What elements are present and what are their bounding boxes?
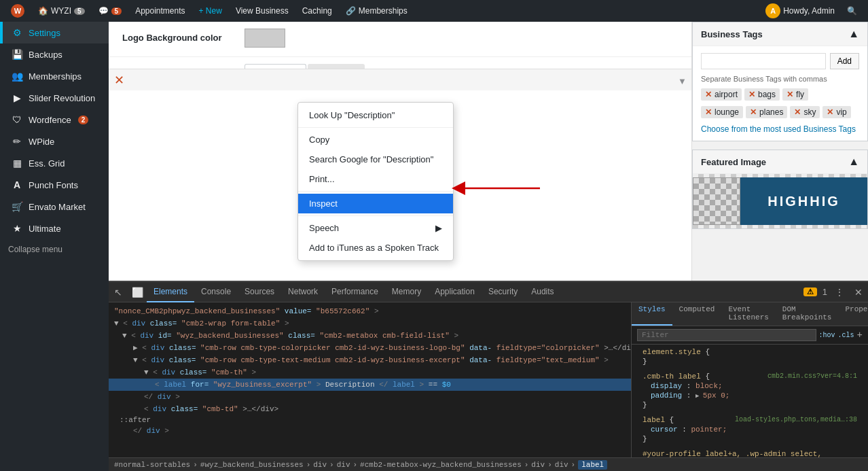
context-speech[interactable]: Speech ▶ — [298, 218, 453, 238]
css-source-load[interactable]: load-styles.php…tons,media…:38 — [735, 416, 857, 423]
tag-bags-remove[interactable]: ✕ — [748, 90, 755, 99]
el-line-0: "nonce_CMB2phpwyz_backend_businesses" va… — [109, 305, 631, 317]
featured-image-placeholder[interactable]: HIGHHIG — [693, 174, 867, 228]
search-bar-btn[interactable]: 🔍 — [842, 0, 863, 22]
devtools-inspect-btn[interactable]: ⬜ — [128, 282, 147, 302]
devtools-tab-network[interactable]: Network — [281, 282, 325, 302]
breadcrumb-label[interactable]: label — [578, 460, 607, 470]
context-copy[interactable]: Copy — [298, 130, 453, 150]
styles-tab-event-listeners[interactable]: Event Listeners — [721, 302, 775, 326]
business-tags-header: Business Tags ▲ — [693, 22, 867, 46]
breadcrumb-normal-sortables[interactable]: #normal-sortables — [114, 461, 190, 469]
featured-image-panel: Featured Image ▲ HIGHHIG — [692, 150, 868, 229]
context-print[interactable]: Print... — [298, 169, 453, 189]
context-search-google[interactable]: Search Google for "Description" — [298, 150, 453, 169]
devtools-close-btn[interactable]: ✕ — [849, 287, 868, 298]
tag-sky-remove[interactable]: ✕ — [794, 107, 801, 117]
styles-filter-row: :hov .cls + — [632, 326, 868, 345]
sidebar-item-wpide[interactable]: ✏ WPide — [0, 130, 109, 152]
business-tags-toggle[interactable]: ▲ — [848, 28, 859, 40]
devtools-tab-sources[interactable]: Sources — [238, 282, 281, 302]
devtools-panel: ↖ ⬜ Elements Console Sources Network Per… — [109, 281, 868, 471]
new-btn[interactable]: + New — [194, 0, 228, 22]
featured-thumbnail — [693, 177, 740, 225]
tag-fly-remove[interactable]: ✕ — [786, 90, 793, 99]
site-name[interactable]: 🏠 WYZI 5 — [33, 0, 90, 22]
css-source-cmb2[interactable]: cmb2.min.css?ver=4.8:1 — [767, 372, 857, 380]
sidebar-item-backups[interactable]: 💾 Backups — [0, 43, 109, 65]
tag-planes-remove[interactable]: ✕ — [750, 107, 757, 117]
breadcrumb-div-2[interactable]: div — [337, 461, 350, 469]
devtools-tab-audits[interactable]: Audits — [524, 282, 560, 302]
wp-logo[interactable]: W — [5, 0, 30, 22]
breadcrumb-div-4[interactable]: div — [555, 461, 568, 469]
tag-hint: Separate Business Tags with commas — [701, 75, 859, 83]
css-block-cmb-th: .cmb-th label { cmb2.min.css?ver=4.8:1 d… — [637, 372, 863, 410]
comments-btn[interactable]: 💬 5 — [93, 0, 128, 22]
devtools-tab-security[interactable]: Security — [482, 282, 524, 302]
el-line-4: ▼ < div class= "cmb-row cmb-type-text-me… — [109, 354, 631, 366]
punchfonts-icon: A — [11, 179, 23, 190]
tag-airport-remove[interactable]: ✕ — [705, 90, 712, 99]
styles-filter-input[interactable] — [637, 329, 816, 341]
sidebar-item-envato[interactable]: 🛒 Envato Market — [0, 196, 109, 217]
sidebar-item-wordfence[interactable]: 🛡 Wordfence 2 — [0, 109, 109, 130]
el-line-8: < div class= "cmb-td" >…</div> — [109, 403, 631, 415]
el-line-5: ▼ < div class= "cmb-th" > — [109, 366, 631, 379]
breadcrumb-div-3[interactable]: div — [531, 461, 545, 469]
styles-cls-btn[interactable]: .cls — [838, 332, 854, 339]
sidebar-item-ultimate[interactable]: ★ Ultimate — [0, 217, 109, 239]
styles-tab-dom-breakpoints[interactable]: DOM Breakpoints — [776, 302, 839, 326]
styles-panel: Styles Computed Event Listeners DOM Brea… — [632, 302, 868, 457]
collapse-menu[interactable]: Collapse menu — [0, 239, 109, 260]
essgrid-icon: ▦ — [11, 158, 23, 169]
styles-plus-btn[interactable]: + — [857, 330, 863, 341]
context-inspect[interactable]: Inspect — [298, 194, 453, 213]
devtools-tab-performance[interactable]: Performance — [325, 282, 385, 302]
tag-fly: ✕ fly — [782, 88, 808, 101]
howdy-btn[interactable]: A Howdy, Admin — [760, 0, 840, 22]
right-sidebar: Business Tags ▲ Add Separate Business Ta… — [691, 22, 868, 281]
css-prop-padding: padding : ▶ 5px 0; — [637, 391, 863, 400]
breadcrumb-cmb2-metabox[interactable]: #cmb2-metabox-wyz_backend_businesses — [360, 461, 522, 469]
tag-bags: ✕ bags — [744, 88, 780, 101]
css-selector-label: label { load-styles.php…tons,media…:38 — [637, 415, 863, 425]
context-lookup[interactable]: Look Up "Description" — [298, 105, 453, 125]
tag-lounge-remove[interactable]: ✕ — [705, 107, 712, 117]
sidebar-item-settings[interactable]: ⚙ Settings — [0, 22, 109, 43]
tag-input[interactable] — [701, 53, 826, 69]
close-btn[interactable]: ✕ — [114, 73, 124, 88]
bar-right: A Howdy, Admin 🔍 — [760, 0, 863, 22]
styles-hov-btn[interactable]: :hov — [819, 332, 835, 339]
scroll-handle[interactable]: ▼ — [678, 76, 686, 84]
devtools-cursor-btn[interactable]: ↖ — [109, 282, 128, 302]
sidebar-item-punchfonts[interactable]: A Punch Fonts — [0, 174, 109, 196]
breadcrumb-div-1[interactable]: div — [313, 461, 327, 469]
tag-vip-remove[interactable]: ✕ — [827, 107, 833, 117]
caching-btn[interactable]: Caching — [297, 0, 338, 22]
choose-tags-link[interactable]: Choose from the most used Business Tags — [701, 124, 856, 134]
styles-tab-properties[interactable]: Properties — [838, 302, 868, 326]
appointments-btn[interactable]: Appointments — [130, 0, 190, 22]
color-preview[interactable] — [245, 29, 285, 48]
devtools-tab-elements[interactable]: Elements — [147, 282, 194, 302]
view-business-btn[interactable]: View Business — [230, 0, 294, 22]
sidebar-item-essgrid[interactable]: ▦ Ess. Grid — [0, 152, 109, 174]
devtools-more-btn[interactable]: ⋮ — [830, 282, 849, 302]
breadcrumb-wyz-backend[interactable]: #wyz_backend_businesses — [200, 461, 304, 469]
tags-row: ✕ airport ✕ bags ✕ fly — [701, 88, 859, 101]
memberships-bar-btn[interactable]: 🔗 Memberships — [340, 0, 413, 22]
logo-bg-field — [245, 29, 678, 50]
wp-icon: W — [11, 4, 24, 18]
devtools-tab-application[interactable]: Application — [428, 282, 482, 302]
styles-tab-computed[interactable]: Computed — [672, 302, 722, 326]
devtools-tab-console[interactable]: Console — [194, 282, 238, 302]
sidebar-item-memberships[interactable]: 👥 Memberships — [0, 65, 109, 87]
devtools-tab-memory[interactable]: Memory — [385, 282, 428, 302]
context-itunes[interactable]: Add to iTunes as a Spoken Track — [298, 238, 453, 258]
styles-tab-styles[interactable]: Styles — [632, 302, 672, 326]
featured-image-toggle[interactable]: ▲ — [848, 156, 859, 168]
sidebar-item-slider[interactable]: ▶ Slider Revolution — [0, 87, 109, 109]
tag-planes: ✕ planes — [746, 106, 787, 118]
add-tag-btn[interactable]: Add — [830, 53, 859, 69]
